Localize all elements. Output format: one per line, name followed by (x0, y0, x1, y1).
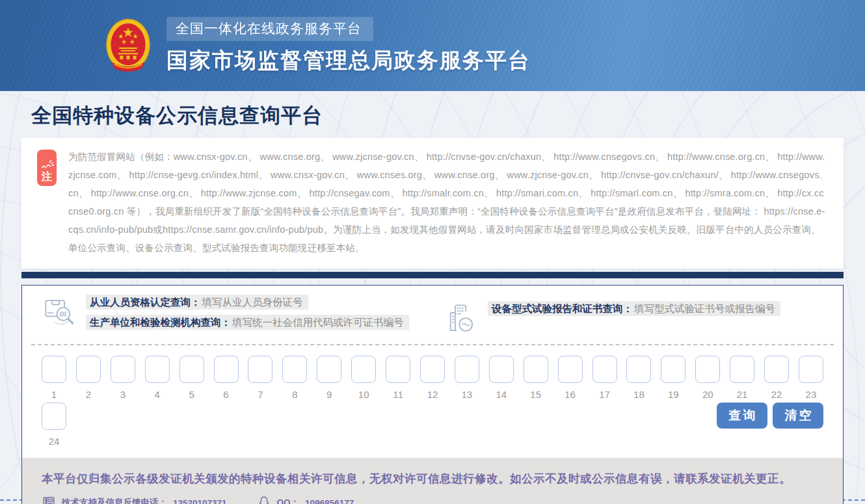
digit-label: 20 (702, 389, 713, 401)
digit-cell: 6 (214, 356, 239, 401)
digit-cell: 16 (558, 356, 583, 401)
digit-input-9[interactable] (317, 356, 341, 383)
qq-contact: QQ：1096856177 (257, 496, 354, 504)
digit-boxes-row-2: 24 (42, 403, 66, 447)
digit-input-4[interactable] (145, 356, 170, 383)
search-button[interactable]: 查询 (717, 403, 767, 429)
digit-label: 18 (633, 389, 645, 401)
digit-input-2[interactable] (76, 356, 101, 383)
digit-label: 23 (806, 389, 817, 401)
digit-label: 7 (258, 389, 263, 401)
digit-cell: 22 (764, 356, 789, 401)
digit-cell: 20 (695, 356, 720, 401)
digit-input-3[interactable] (111, 356, 135, 383)
digit-label: 6 (223, 389, 228, 401)
qq-number: 1096856177 (305, 498, 354, 504)
disclaimer-text: 本平台仅归集公示各级发证机关颁发的特种设备相关许可信息，无权对许可信息进行修改。… (42, 468, 823, 490)
digit-cell: 3 (111, 356, 135, 401)
digit-cell: 2 (76, 356, 101, 401)
digit-input-19[interactable] (661, 356, 685, 383)
digit-label: 10 (358, 389, 369, 401)
digit-input-22[interactable] (764, 356, 789, 383)
person-unit-query-group: 从业人员资格认定查询：填写从业人员身份证号 生产单位和检验检测机构查询：填写统一… (42, 295, 409, 330)
digit-cell: 13 (455, 356, 479, 401)
digit-input-18[interactable] (626, 356, 651, 383)
digit-input-24[interactable] (42, 403, 66, 430)
digit-cell: 5 (180, 356, 204, 401)
section-divider-bar (21, 272, 844, 278)
digit-cell: 19 (661, 356, 685, 401)
digit-label: 22 (771, 389, 782, 401)
query-panel: 从业人员资格认定查询：填写从业人员身份证号 生产单位和检验检测机构查询：填写统一… (21, 285, 844, 504)
package-search-icon (42, 295, 77, 330)
device-query-hint: 填写型式试验证书号或报告编号 (633, 301, 780, 316)
digit-label: 12 (427, 389, 438, 401)
digit-cell: 8 (282, 356, 307, 401)
digit-cell: 1 (42, 356, 66, 401)
note-badge-label: 注 (42, 172, 52, 182)
main-content: 全国特种设备公示信息查询平台 注 为防范假冒网站（例如：www.cnsx-gov… (21, 91, 844, 504)
phone-label: 技术支持及信息反馈电话： (62, 497, 167, 504)
clear-button[interactable]: 清空 (773, 403, 823, 429)
digit-label: 15 (530, 389, 541, 401)
digit-cell: 17 (592, 356, 617, 401)
building-certificate-icon (444, 301, 479, 336)
digit-label: 2 (86, 389, 91, 401)
digit-label: 4 (155, 389, 160, 401)
digit-input-11[interactable] (386, 356, 410, 383)
digit-input-16[interactable] (558, 356, 583, 383)
digit-label: 1 (51, 389, 57, 401)
digit-label: 17 (599, 389, 610, 401)
digit-cell: 23 (799, 356, 823, 401)
digit-input-7[interactable] (248, 356, 273, 383)
digit-input-12[interactable] (420, 356, 445, 383)
digit-input-6[interactable] (214, 356, 239, 383)
digit-input-15[interactable] (524, 356, 548, 383)
digit-label: 14 (496, 389, 507, 401)
device-query-group: 设备型式试验报告和证书查询：填写型式试验证书号或报告编号 (444, 301, 780, 336)
digit-cell: 15 (524, 356, 548, 401)
unit-query-line: 生产单位和检验检测机构查询：填写统一社会信用代码或许可证书编号 (86, 315, 409, 330)
digit-input-23[interactable] (799, 356, 823, 383)
phone-number: 13520107371 (173, 498, 227, 504)
digit-cell: 7 (248, 356, 273, 401)
site-title: 国家市场监督管理总局政务服务平台 (166, 46, 531, 75)
digit-cell: 18 (626, 356, 651, 401)
digit-input-14[interactable] (489, 356, 514, 383)
digit-cell: 4 (145, 356, 170, 401)
digit-label: 3 (120, 389, 126, 401)
digit-cell: 10 (351, 356, 376, 401)
unit-query-label: 生产单位和检验检测机构查询： (86, 315, 231, 330)
digit-input-5[interactable] (180, 356, 204, 383)
person-query-label: 从业人员资格认定查询： (86, 295, 201, 310)
phone-contact: 技术支持及信息反馈电话：13520107371 (42, 496, 227, 504)
digit-boxes-row-1: 1234567891011121314151617181920212223 (42, 356, 823, 401)
platform-tagline: 全国一体化在线政务服务平台 (166, 17, 373, 41)
digit-label: 11 (393, 389, 403, 401)
digit-label: 8 (292, 389, 297, 401)
person-query-line: 从业人员资格认定查询：填写从业人员身份证号 (86, 295, 308, 310)
digit-input-20[interactable] (695, 356, 720, 383)
digit-label: 16 (565, 389, 576, 401)
digit-label: 19 (668, 389, 679, 401)
page-title: 全国特种设备公示信息查询平台 (21, 91, 844, 138)
digit-input-17[interactable] (592, 356, 617, 383)
digit-label: 13 (462, 389, 473, 401)
note-badge-icon: 注 (37, 150, 57, 186)
digit-input-10[interactable] (351, 356, 376, 383)
digit-cell: 9 (317, 356, 341, 401)
digit-cell: 21 (730, 356, 754, 401)
digit-input-21[interactable] (730, 356, 754, 383)
digit-input-8[interactable] (282, 356, 307, 383)
anti-fake-notice: 注 为防范假冒网站（例如：www.cnsx-gov.cn、 www.cnse.o… (21, 138, 844, 269)
national-emblem-icon (105, 18, 151, 74)
digit-cell: 14 (489, 356, 514, 401)
digit-input-13[interactable] (455, 356, 479, 383)
device-query-label: 设备型式试验报告和证书查询： (488, 301, 633, 316)
disclaimer-footer: 本平台仅归集公示各级发证机关颁发的特种设备相关许可信息，无权对许可信息进行修改。… (22, 458, 843, 504)
digit-cell: 12 (420, 356, 445, 401)
digit-cell: 24 (42, 403, 66, 447)
phone-icon (42, 496, 56, 504)
digit-input-1[interactable] (42, 356, 66, 383)
digit-label: 9 (326, 389, 332, 401)
